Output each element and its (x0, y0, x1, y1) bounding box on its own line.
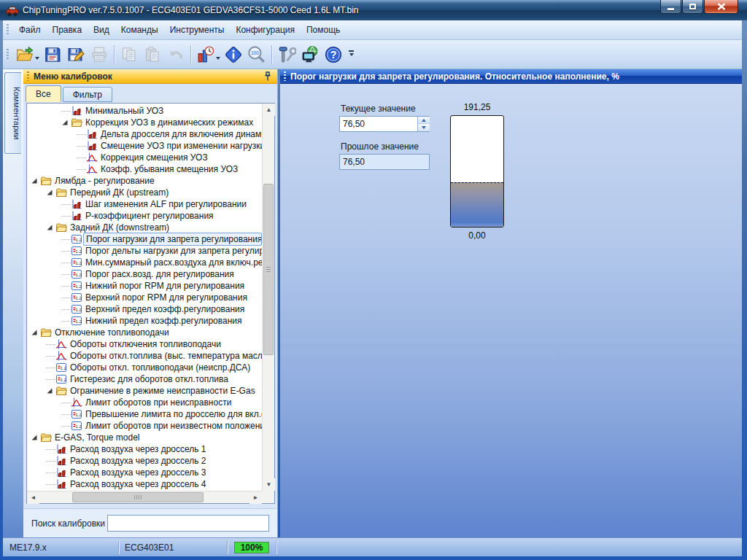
expand-arrow-icon[interactable] (31, 329, 40, 336)
menu-item-2[interactable]: Вид (88, 22, 115, 38)
tree-horizontal-scrollbar[interactable]: ◄ ► (27, 491, 262, 503)
scroll-down-icon[interactable]: ▼ (263, 478, 275, 491)
tree-connector (46, 356, 55, 357)
menu-item-0[interactable]: Файл (13, 22, 47, 38)
curve-icon (55, 350, 68, 362)
spin-up-button[interactable] (418, 117, 430, 124)
tree-item[interactable]: Расход воздуха через дроссель 3 (27, 467, 262, 478)
tree-item[interactable]: Шаг изменения ALF при регулировании (27, 198, 262, 210)
tree-item[interactable]: Смещение УОЗ при изменении нагрузки (от (27, 140, 262, 152)
scroll-left-icon[interactable]: ◄ (27, 491, 39, 504)
current-value-input[interactable] (340, 117, 416, 131)
tree-item[interactable]: 1.2Лимит оборотов при неизвестном положе… (27, 420, 262, 432)
menu-item-6[interactable]: Помощь (301, 22, 346, 38)
tree-item[interactable]: Минимальный УОЗ (27, 105, 262, 117)
tree-vertical-scrollbar[interactable]: ▲ ▼ (262, 104, 274, 491)
tree-item[interactable]: E-GAS, Torque model (27, 432, 262, 443)
search-input[interactable] (107, 515, 269, 532)
network-button[interactable] (298, 43, 322, 66)
tree-item[interactable]: 1.2Порог расх.возд. для регулирования (27, 268, 262, 280)
tree-connector (61, 426, 71, 427)
expand-arrow-icon[interactable] (46, 224, 55, 231)
info-button[interactable] (222, 43, 245, 66)
charts-dropdown-caret[interactable] (216, 57, 220, 62)
menu-item-1[interactable]: Правка (47, 22, 88, 38)
tree-item[interactable]: 1.2Нижний порог RPM для регулирования (27, 280, 262, 292)
tree-item[interactable]: Обороты отключения топливоподачи (27, 338, 262, 350)
app-window: ChipTuningPRO ver.7.5.0.1007 - ECG403E01… (0, 0, 747, 560)
tree-item[interactable]: 1.2Обороты откл. топливоподачи (неиспр.Д… (27, 362, 262, 373)
scrollbar-thumb[interactable] (72, 492, 204, 502)
menu-item-5[interactable]: Конфигурация (230, 22, 301, 38)
tree-item[interactable]: Лимит оборотов при неисправности (27, 397, 262, 408)
minimize-button[interactable] (660, 0, 681, 14)
tree-item[interactable]: Расход воздуха через дроссель 1 (27, 443, 262, 455)
panel-grip[interactable] (27, 71, 29, 81)
tree-item[interactable]: 1.2Верхний порог RPM для регулирования (27, 292, 262, 303)
tree-item[interactable]: 1.2Порог нагрузки для запрета регулирова… (27, 233, 262, 245)
scroll-right-icon[interactable]: ► (249, 491, 262, 504)
charts-button[interactable] (194, 43, 217, 66)
map-icon (71, 105, 83, 117)
paste-icon (143, 45, 162, 64)
tab-all[interactable]: Все (26, 85, 61, 102)
scalar-icon: 1.2 (71, 280, 83, 292)
open-file-button[interactable] (13, 43, 36, 66)
save-as-button[interactable] (64, 43, 88, 66)
menu-item-3[interactable]: Команды (115, 22, 164, 38)
open-dropdown-caret[interactable] (35, 57, 39, 62)
previous-value-field: 76,50 (339, 154, 430, 170)
tree-item[interactable]: Ограничение в режиме неисправности E-Gas (27, 385, 262, 397)
tree-item[interactable]: Р-коэффициент регулирования (27, 210, 262, 222)
toolbar-overflow-button[interactable] (347, 45, 356, 64)
menu-item-4[interactable]: Инструменты (164, 22, 231, 38)
close-button[interactable] (704, 0, 738, 14)
scrollbar-thumb[interactable] (263, 184, 274, 355)
zoom-button[interactable]: 100 (245, 43, 268, 66)
tree-item[interactable]: 1.2Верхний предел коэфф.регулирования (27, 303, 262, 315)
expand-arrow-icon[interactable] (61, 119, 71, 126)
folder-icon (55, 222, 68, 233)
toolbar-grip[interactable] (7, 49, 9, 61)
scalar-icon: 1.2 (55, 373, 68, 385)
tools-button[interactable] (275, 43, 298, 66)
comments-tab[interactable]: Комментарии (4, 72, 21, 154)
tree-item[interactable]: 1.2Порог дельты нагрузки для запрета рег… (27, 245, 262, 257)
close-icon (717, 3, 726, 10)
tree-item[interactable]: Расход воздуха через дроссель 2 (27, 455, 262, 467)
magnifier-100-icon: 100 (247, 45, 266, 64)
scroll-up-icon[interactable]: ▲ (263, 104, 275, 116)
pin-icon[interactable] (263, 71, 273, 82)
title-bar: ChipTuningPRO ver.7.5.0.1007 - ECG403E01… (0, 0, 747, 20)
tree-item[interactable]: Коэфф. убывания смещения УОЗ (27, 163, 262, 175)
tree-item[interactable]: 1.2Превышение лимита по дросселю для вкл… (27, 408, 262, 420)
expand-arrow-icon[interactable] (46, 387, 55, 394)
menu-grip[interactable] (7, 24, 9, 36)
tree-item[interactable]: 1.2Гистерезис для оборотов откл.топлива (27, 373, 262, 385)
tab-filter[interactable]: Фильтр (63, 87, 112, 102)
tree-item[interactable]: Обороты откл.топлива (выс. температура м… (27, 350, 262, 362)
tree-connector (61, 239, 71, 240)
save-button[interactable] (41, 43, 64, 66)
tree-item-label: Расход воздуха через дроссель 1 (68, 443, 209, 455)
expand-arrow-icon[interactable] (46, 189, 55, 196)
tree-item[interactable]: Лямбда - регулирование (27, 175, 262, 187)
tree-item[interactable]: Передний ДК (upstream) (27, 187, 262, 198)
expand-arrow-icon[interactable] (31, 177, 40, 184)
tree-item-label: Порог расх.возд. для регулирования (83, 268, 236, 280)
tree-item[interactable]: Дельта дросселя для включения динамич.к (27, 128, 262, 140)
charts-icon (196, 45, 215, 64)
tree-item[interactable]: Отключение топливоподачи (27, 327, 262, 338)
tree-item[interactable]: Коррекция УОЗ в динамических режимах (27, 117, 262, 128)
maximize-button[interactable] (682, 0, 703, 14)
tree-item[interactable]: Расход воздуха через дроссель 4 (27, 478, 262, 490)
tree-item[interactable]: Задний ДК (downstream) (27, 222, 262, 233)
window-controls (659, 0, 738, 14)
tree-item[interactable]: Коррекция смещения УОЗ (27, 152, 262, 163)
panel-grip[interactable] (284, 71, 286, 81)
tree-item[interactable]: 1.2Нижний предел коэфф.регулирования (27, 315, 262, 327)
spin-down-button[interactable] (418, 124, 430, 131)
expand-arrow-icon[interactable] (31, 434, 40, 441)
help-button[interactable]: ? (322, 43, 345, 66)
tree-item[interactable]: 1.2Мин.суммарный расх.воздуха для включ.… (27, 257, 262, 268)
